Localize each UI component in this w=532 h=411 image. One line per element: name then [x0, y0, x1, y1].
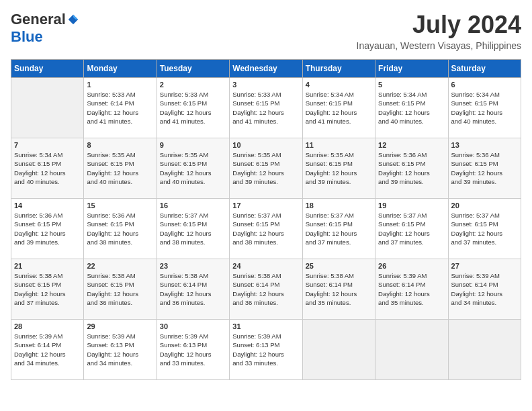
day-number: 3: [232, 81, 299, 89]
calendar-cell: 15Sunrise: 5:36 AM Sunset: 6:15 PM Dayli…: [84, 199, 157, 259]
calendar-cell: [375, 320, 448, 380]
header-day-sunday: Sunday: [11, 60, 84, 78]
day-info: Sunrise: 5:34 AM Sunset: 6:15 PM Dayligh…: [306, 90, 372, 126]
location-title: Inayauan, Western Visayas, Philippines: [357, 40, 521, 51]
calendar-cell: 29Sunrise: 5:39 AM Sunset: 6:13 PM Dayli…: [84, 320, 157, 380]
calendar-cell: 8Sunrise: 5:35 AM Sunset: 6:15 PM Daylig…: [84, 138, 157, 199]
calendar-body: 1Sunrise: 5:33 AM Sunset: 6:14 PM Daylig…: [11, 78, 521, 380]
day-info: Sunrise: 5:39 AM Sunset: 6:14 PM Dayligh…: [451, 271, 518, 307]
day-info: Sunrise: 5:36 AM Sunset: 6:15 PM Dayligh…: [87, 211, 153, 246]
calendar-cell: 10Sunrise: 5:35 AM Sunset: 6:15 PM Dayli…: [230, 138, 302, 199]
day-number: 23: [160, 262, 226, 270]
calendar-cell: [11, 78, 84, 138]
day-info: Sunrise: 5:38 AM Sunset: 6:14 PM Dayligh…: [306, 271, 372, 307]
header-day-wednesday: Wednesday: [230, 60, 302, 78]
day-number: 18: [306, 201, 372, 210]
calendar-cell: 14Sunrise: 5:36 AM Sunset: 6:15 PM Dayli…: [11, 199, 84, 259]
day-number: 30: [160, 322, 226, 330]
day-info: Sunrise: 5:39 AM Sunset: 6:13 PM Dayligh…: [232, 332, 299, 367]
calendar-cell: 20Sunrise: 5:37 AM Sunset: 6:15 PM Dayli…: [448, 199, 521, 259]
calendar-cell: 5Sunrise: 5:34 AM Sunset: 6:15 PM Daylig…: [375, 78, 448, 138]
day-info: Sunrise: 5:33 AM Sunset: 6:14 PM Dayligh…: [87, 90, 153, 126]
day-info: Sunrise: 5:37 AM Sunset: 6:15 PM Dayligh…: [306, 211, 372, 246]
day-info: Sunrise: 5:37 AM Sunset: 6:15 PM Dayligh…: [451, 211, 518, 246]
calendar-cell: 7Sunrise: 5:34 AM Sunset: 6:15 PM Daylig…: [11, 138, 84, 199]
day-number: 12: [378, 141, 445, 149]
day-number: 4: [306, 81, 372, 89]
week-row-5: 28Sunrise: 5:39 AM Sunset: 6:14 PM Dayli…: [11, 320, 521, 380]
day-info: Sunrise: 5:34 AM Sunset: 6:15 PM Dayligh…: [378, 90, 445, 126]
month-title: July 2024: [357, 11, 521, 39]
day-info: Sunrise: 5:37 AM Sunset: 6:15 PM Dayligh…: [160, 211, 226, 246]
calendar-cell: 17Sunrise: 5:37 AM Sunset: 6:15 PM Dayli…: [230, 199, 302, 259]
day-number: 28: [14, 322, 81, 330]
day-number: 25: [306, 262, 372, 270]
day-number: 27: [451, 262, 518, 270]
page-header: General Blue July 2024 Inayauan, Western…: [11, 11, 521, 51]
logo-general-text: General: [11, 11, 66, 28]
week-row-3: 14Sunrise: 5:36 AM Sunset: 6:15 PM Dayli…: [11, 199, 521, 259]
logo-icon: [67, 13, 79, 26]
calendar-cell: 30Sunrise: 5:39 AM Sunset: 6:13 PM Dayli…: [157, 320, 229, 380]
day-number: 13: [451, 141, 518, 149]
week-row-1: 1Sunrise: 5:33 AM Sunset: 6:14 PM Daylig…: [11, 78, 521, 138]
calendar-cell: 21Sunrise: 5:38 AM Sunset: 6:15 PM Dayli…: [11, 259, 84, 320]
calendar-table: SundayMondayTuesdayWednesdayThursdayFrid…: [11, 59, 521, 380]
day-number: 7: [14, 141, 81, 149]
header-day-friday: Friday: [375, 60, 448, 78]
day-number: 19: [378, 201, 445, 210]
day-info: Sunrise: 5:34 AM Sunset: 6:15 PM Dayligh…: [14, 150, 81, 186]
day-number: 31: [232, 322, 299, 330]
day-info: Sunrise: 5:38 AM Sunset: 6:15 PM Dayligh…: [14, 271, 81, 307]
day-info: Sunrise: 5:36 AM Sunset: 6:15 PM Dayligh…: [14, 211, 81, 246]
logo: General Blue: [11, 11, 79, 46]
day-number: 9: [160, 141, 226, 149]
day-info: Sunrise: 5:39 AM Sunset: 6:13 PM Dayligh…: [160, 332, 226, 367]
day-number: 8: [87, 141, 153, 149]
calendar-header-row: SundayMondayTuesdayWednesdayThursdayFrid…: [11, 60, 521, 78]
calendar-cell: 24Sunrise: 5:38 AM Sunset: 6:14 PM Dayli…: [230, 259, 302, 320]
calendar-cell: 23Sunrise: 5:38 AM Sunset: 6:14 PM Dayli…: [157, 259, 229, 320]
calendar-cell: 9Sunrise: 5:35 AM Sunset: 6:15 PM Daylig…: [157, 138, 229, 199]
day-number: 20: [451, 201, 518, 210]
day-info: Sunrise: 5:33 AM Sunset: 6:15 PM Dayligh…: [160, 90, 226, 126]
day-info: Sunrise: 5:35 AM Sunset: 6:15 PM Dayligh…: [232, 150, 299, 186]
header-day-saturday: Saturday: [448, 60, 521, 78]
day-info: Sunrise: 5:36 AM Sunset: 6:15 PM Dayligh…: [451, 150, 518, 186]
calendar-cell: 13Sunrise: 5:36 AM Sunset: 6:15 PM Dayli…: [448, 138, 521, 199]
day-info: Sunrise: 5:39 AM Sunset: 6:14 PM Dayligh…: [378, 271, 445, 307]
calendar-cell: 25Sunrise: 5:38 AM Sunset: 6:14 PM Dayli…: [302, 259, 375, 320]
day-number: 15: [87, 201, 153, 210]
day-info: Sunrise: 5:39 AM Sunset: 6:14 PM Dayligh…: [14, 332, 81, 367]
day-info: Sunrise: 5:38 AM Sunset: 6:14 PM Dayligh…: [232, 271, 299, 307]
calendar-cell: 27Sunrise: 5:39 AM Sunset: 6:14 PM Dayli…: [448, 259, 521, 320]
day-number: 11: [306, 141, 372, 149]
day-number: 14: [14, 201, 81, 210]
calendar-cell: 3Sunrise: 5:33 AM Sunset: 6:15 PM Daylig…: [230, 78, 302, 138]
header-day-tuesday: Tuesday: [157, 60, 229, 78]
day-info: Sunrise: 5:38 AM Sunset: 6:15 PM Dayligh…: [87, 271, 153, 307]
day-info: Sunrise: 5:35 AM Sunset: 6:15 PM Dayligh…: [306, 150, 372, 186]
calendar-cell: 19Sunrise: 5:37 AM Sunset: 6:15 PM Dayli…: [375, 199, 448, 259]
calendar-cell: [302, 320, 375, 380]
day-number: 21: [14, 262, 81, 270]
day-number: 26: [378, 262, 445, 270]
day-number: 6: [451, 81, 518, 89]
day-number: 16: [160, 201, 226, 210]
week-row-4: 21Sunrise: 5:38 AM Sunset: 6:15 PM Dayli…: [11, 259, 521, 320]
title-area: July 2024 Inayauan, Western Visayas, Phi…: [357, 11, 521, 51]
day-info: Sunrise: 5:37 AM Sunset: 6:15 PM Dayligh…: [232, 211, 299, 246]
header-day-monday: Monday: [84, 60, 157, 78]
day-number: 24: [232, 262, 299, 270]
day-info: Sunrise: 5:33 AM Sunset: 6:15 PM Dayligh…: [232, 90, 299, 126]
calendar-cell: 22Sunrise: 5:38 AM Sunset: 6:15 PM Dayli…: [84, 259, 157, 320]
calendar-cell: 28Sunrise: 5:39 AM Sunset: 6:14 PM Dayli…: [11, 320, 84, 380]
calendar-cell: 2Sunrise: 5:33 AM Sunset: 6:15 PM Daylig…: [157, 78, 229, 138]
calendar-cell: 16Sunrise: 5:37 AM Sunset: 6:15 PM Dayli…: [157, 199, 229, 259]
day-info: Sunrise: 5:39 AM Sunset: 6:13 PM Dayligh…: [87, 332, 153, 367]
calendar-cell: 11Sunrise: 5:35 AM Sunset: 6:15 PM Dayli…: [302, 138, 375, 199]
calendar-cell: 1Sunrise: 5:33 AM Sunset: 6:14 PM Daylig…: [84, 78, 157, 138]
day-info: Sunrise: 5:35 AM Sunset: 6:15 PM Dayligh…: [160, 150, 226, 186]
calendar-cell: [448, 320, 521, 380]
day-number: 5: [378, 81, 445, 89]
